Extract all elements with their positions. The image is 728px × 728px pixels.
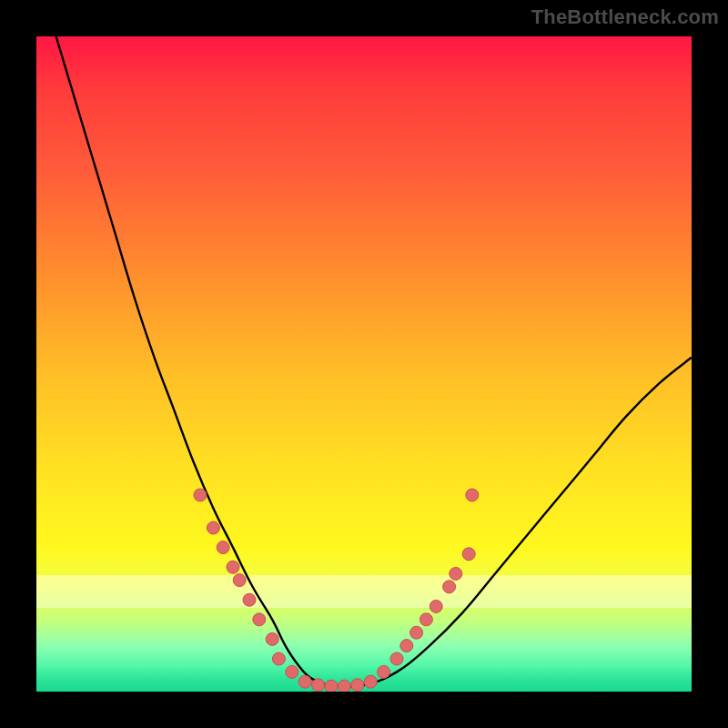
marker-dot bbox=[227, 561, 239, 573]
marker-dot bbox=[243, 593, 256, 606]
marker-dot bbox=[390, 652, 403, 665]
marker-dot bbox=[286, 665, 298, 678]
marker-dot bbox=[430, 600, 442, 612]
marker-dot bbox=[325, 680, 338, 692]
marker-dot bbox=[378, 665, 390, 678]
marker-dot bbox=[266, 632, 278, 645]
marker-dot bbox=[312, 679, 325, 692]
marker-dot bbox=[217, 541, 229, 554]
marker-dot bbox=[462, 548, 475, 561]
curve-layer bbox=[36, 36, 692, 692]
watermark-text: TheBottleneck.com bbox=[531, 5, 719, 29]
marker-dot bbox=[351, 679, 364, 692]
marker-dot bbox=[338, 680, 350, 692]
marker-dot bbox=[364, 675, 377, 688]
marker-dot bbox=[410, 626, 423, 639]
chart-frame: TheBottleneck.com bbox=[0, 0, 728, 728]
marker-dot bbox=[450, 567, 462, 580]
marker-dot bbox=[466, 489, 479, 501]
marker-dot bbox=[272, 652, 285, 665]
marker-dot bbox=[194, 489, 207, 501]
marker-dot bbox=[207, 521, 219, 534]
marker-dot bbox=[400, 640, 413, 652]
marker-dot bbox=[420, 613, 432, 626]
marker-dot bbox=[253, 613, 266, 626]
marker-dot bbox=[443, 581, 456, 593]
plot-area bbox=[36, 36, 692, 692]
bottleneck-curve bbox=[56, 36, 692, 686]
marker-dots bbox=[194, 489, 479, 692]
marker-dot bbox=[298, 675, 311, 688]
marker-dot bbox=[233, 574, 246, 587]
